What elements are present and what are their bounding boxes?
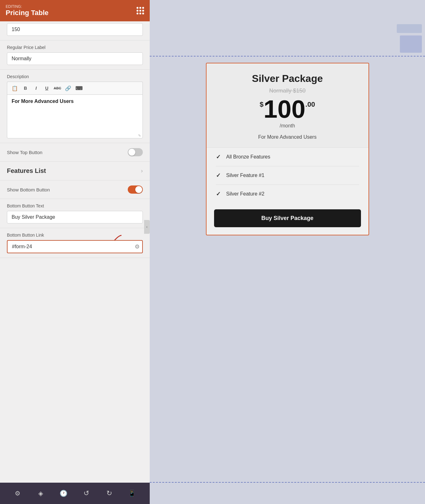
regular-price-input[interactable]: [7, 52, 143, 65]
top-placeholder-box-1: [397, 24, 422, 33]
editing-label: EDITING:: [6, 4, 49, 9]
feature-item-2: ✓ Silver Feature #1: [216, 166, 359, 185]
original-price: Normally $150: [216, 88, 359, 94]
card-features: ✓ All Bronze Features ✓ Silver Feature #…: [207, 148, 369, 203]
card-description: For More Advanced Users: [216, 132, 359, 140]
settings-toolbar-button[interactable]: ⚙: [11, 486, 24, 500]
features-list-label: Features List: [7, 167, 46, 174]
regular-price-label-section: Regular Price Label: [0, 40, 150, 70]
layers-toolbar-button[interactable]: ◈: [34, 486, 47, 500]
clipboard-toolbar-btn[interactable]: 📋: [10, 84, 20, 93]
chevron-right-icon: ›: [141, 168, 143, 174]
show-top-button-label: Show Top Button: [7, 150, 42, 155]
dots-grid-icon: [137, 7, 144, 14]
panel-header: EDITING: Pricing Table: [0, 0, 150, 21]
collapse-chevron-icon: ‹: [146, 225, 148, 229]
underline-toolbar-btn[interactable]: U: [42, 84, 52, 93]
toggle-knob-bottom: [135, 186, 142, 193]
bottom-button-text-label: Bottom Button Text: [7, 203, 143, 208]
description-label: Description: [7, 74, 143, 79]
top-placeholder: [150, 0, 425, 56]
top-placeholder-boxes: [397, 24, 422, 53]
show-bottom-button-label: Show Bottom Button: [7, 187, 50, 192]
bottom-toolbar: ⚙ ◈ 🕐 ↺ ↻ 📱: [0, 483, 150, 504]
checkmark-icon-1: ✓: [216, 153, 221, 160]
left-panel: EDITING: Pricing Table Regular Price Lab…: [0, 0, 150, 504]
history-toolbar-button[interactable]: 🕐: [56, 486, 70, 500]
show-bottom-button-toggle[interactable]: [128, 185, 143, 194]
feature-item-3: ✓ Silver Feature #2: [216, 185, 359, 203]
link-toolbar-btn[interactable]: 🔗: [63, 84, 73, 93]
bottom-placeholder: [150, 482, 425, 504]
bottom-button-link-wrapper: ⚙: [7, 240, 143, 253]
show-top-button-row: Show Top Button: [0, 143, 150, 162]
bottom-button-link-input[interactable]: [7, 240, 143, 253]
bottom-button-link-section: Bottom Button Link ⚙: [0, 228, 150, 258]
price-cents: .00: [305, 100, 315, 109]
feature-item-1: ✓ All Bronze Features: [216, 148, 359, 166]
description-section: Description 📋 B I U ABC 🔗 ⌨ For More Adv…: [0, 70, 150, 143]
show-bottom-button-row: Show Bottom Button: [0, 180, 150, 199]
show-top-button-toggle[interactable]: [128, 148, 143, 156]
keyboard-toolbar-btn[interactable]: ⌨: [74, 84, 84, 93]
editor-toolbar: 📋 B I U ABC 🔗 ⌨: [7, 82, 143, 94]
bottom-button-text-section: Bottom Button Text: [0, 199, 150, 228]
price-row: $ 100 .00: [216, 97, 359, 122]
package-title: Silver Package: [216, 73, 359, 84]
checkmark-icon-3: ✓: [216, 190, 221, 197]
dots-menu-button[interactable]: [137, 7, 144, 14]
buy-button[interactable]: Buy Silver Package: [214, 209, 361, 227]
description-editor[interactable]: For More Advanced Users ⤡: [7, 94, 143, 138]
feature-text-1: All Bronze Features: [226, 154, 271, 160]
redo-toolbar-button[interactable]: ↻: [102, 486, 116, 500]
bottom-button-text-input[interactable]: [7, 211, 143, 223]
resize-handle[interactable]: ⤡: [138, 134, 142, 137]
feature-text-3: Silver Feature #2: [226, 191, 265, 197]
description-text: For More Advanced Users: [12, 99, 74, 104]
price-period: /month: [216, 123, 359, 129]
price-number-input[interactable]: [7, 23, 143, 36]
pricing-card-wrapper: Silver Package Normally $150 $ 100 .00 /…: [159, 56, 416, 482]
top-placeholder-box-2: [400, 35, 422, 53]
toggle-knob: [128, 149, 135, 156]
strikethrough-toolbar-btn[interactable]: ABC: [52, 84, 62, 93]
undo-toolbar-button[interactable]: ↺: [79, 486, 93, 500]
panel-header-text: EDITING: Pricing Table: [6, 4, 49, 17]
italic-toolbar-btn[interactable]: I: [31, 84, 41, 93]
link-settings-icon[interactable]: ⚙: [135, 243, 140, 250]
mobile-toolbar-button[interactable]: 📱: [125, 486, 139, 500]
panel-content: Regular Price Label Description 📋 B I U …: [0, 21, 150, 504]
bottom-button-link-label: Bottom Button Link: [7, 233, 143, 238]
bold-toolbar-btn[interactable]: B: [20, 84, 30, 93]
collapse-panel-button[interactable]: ‹: [144, 220, 150, 234]
price-dollar-sign: $: [260, 100, 263, 109]
card-header-area: Silver Package Normally $150 $ 100 .00 /…: [207, 63, 369, 148]
feature-text-2: Silver Feature #1: [226, 173, 265, 178]
price-main: 100: [264, 97, 305, 122]
features-list-row[interactable]: Features List ›: [0, 162, 150, 180]
checkmark-icon-2: ✓: [216, 172, 221, 179]
panel-title: Pricing Table: [6, 9, 49, 17]
price-number-section: [0, 21, 150, 40]
right-panel: Silver Package Normally $150 $ 100 .00 /…: [150, 0, 425, 504]
regular-price-label: Regular Price Label: [7, 45, 143, 50]
pricing-card: Silver Package Normally $150 $ 100 .00 /…: [206, 63, 369, 235]
